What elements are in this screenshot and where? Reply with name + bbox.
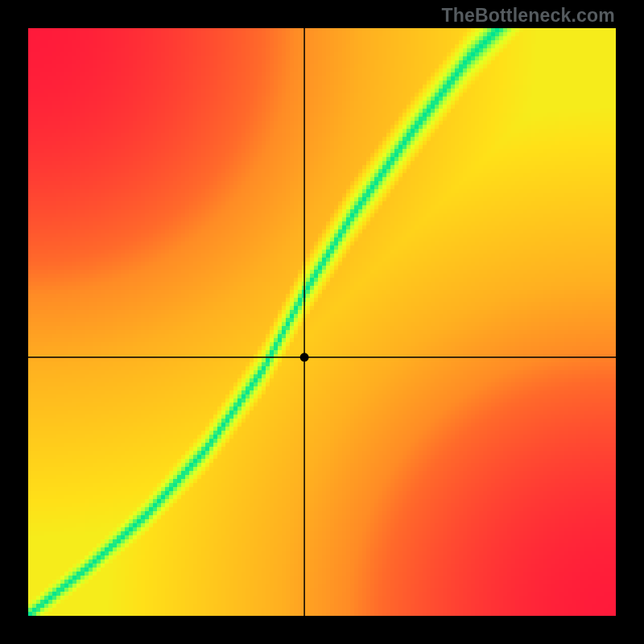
watermark-text: TheBottleneck.com xyxy=(441,5,615,27)
heatmap-canvas xyxy=(28,28,616,616)
chart-frame: TheBottleneck.com xyxy=(0,0,644,644)
heatmap-plot xyxy=(28,28,616,616)
